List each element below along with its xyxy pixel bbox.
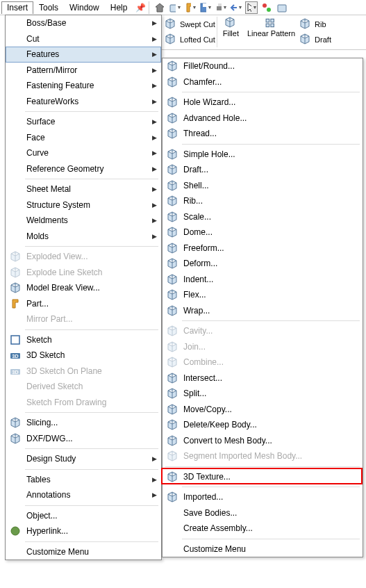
features-item-rib[interactable]: Rib... bbox=[163, 193, 363, 209]
insert-item-face[interactable]: Face▶ bbox=[6, 130, 161, 146]
features-item-customize-menu[interactable]: Customize Menu bbox=[163, 541, 363, 557]
features-item-chamfer[interactable]: Chamfer... bbox=[163, 74, 363, 90]
features-item-advanced-hole[interactable]: Advanced Hole... bbox=[163, 111, 363, 126]
menu-item-label: Flex... bbox=[183, 290, 358, 300]
lofted-cut-button[interactable]: Lofted Cut bbox=[165, 32, 215, 47]
insert-item-sketch-from-drawing: Sketch From Drawing bbox=[6, 395, 161, 411]
features-item-save-bodies[interactable]: Save Bodies... bbox=[163, 505, 363, 521]
insert-item-customize-menu[interactable]: Customize Menu bbox=[6, 544, 161, 560]
insert-item-structure-system[interactable]: Structure System▶ bbox=[6, 197, 161, 213]
options-icon[interactable] bbox=[276, 1, 288, 14]
save-icon[interactable]: ▼ bbox=[199, 1, 212, 14]
features-item-split[interactable]: Split... bbox=[163, 386, 363, 402]
move-icon bbox=[165, 402, 179, 416]
insert-item-exploded-view: Exploded View... bbox=[6, 249, 161, 265]
menu-item-label: 3D Texture... bbox=[183, 472, 358, 482]
insert-item-design-study[interactable]: Design Study▶ bbox=[6, 451, 161, 467]
features-item-delete-keep-body[interactable]: Delete/Keep Body... bbox=[163, 417, 363, 433]
part-icon bbox=[8, 297, 22, 311]
rib-button[interactable]: Rib bbox=[299, 17, 331, 32]
linear-pattern-button[interactable]: Linear Pattern bbox=[243, 17, 299, 38]
features-item-intersect[interactable]: Intersect... bbox=[163, 370, 363, 386]
menu-separator bbox=[25, 469, 158, 470]
swept-cut-button[interactable]: Swept Cut bbox=[165, 17, 215, 32]
features-item-flex[interactable]: Flex... bbox=[163, 287, 363, 303]
insert-item-dxf-dwg[interactable]: DXF/DWG... bbox=[6, 431, 161, 447]
draft-button[interactable]: Draft bbox=[299, 32, 331, 47]
menu-insert[interactable]: Insert bbox=[1, 1, 33, 14]
menu-item-label: Exploded View... bbox=[26, 252, 157, 261]
menu-separator bbox=[25, 329, 158, 330]
blank-icon bbox=[165, 542, 179, 556]
menu-tools[interactable]: Tools bbox=[33, 1, 64, 14]
insert-item-surface[interactable]: Surface▶ bbox=[6, 114, 161, 130]
features-item-move-copy[interactable]: Move/Copy... bbox=[163, 402, 363, 418]
menu-item-label: Molds bbox=[26, 231, 152, 241]
menu-window[interactable]: Window bbox=[64, 1, 105, 14]
menu-help[interactable]: Help bbox=[105, 1, 133, 14]
insert-item-cut[interactable]: Cut▶ bbox=[6, 31, 161, 47]
features-item-dome[interactable]: Dome... bbox=[163, 224, 363, 240]
menu-item-label: Reference Geometry bbox=[26, 164, 152, 174]
insert-item-features[interactable]: Features▶ bbox=[6, 47, 161, 63]
submenu-arrow-icon: ▶ bbox=[152, 455, 157, 462]
insert-item-annotations[interactable]: Annotations▶ bbox=[6, 487, 161, 503]
menu-item-label: Boss/Base bbox=[26, 18, 152, 28]
features-item-scale[interactable]: Scale... bbox=[163, 209, 363, 225]
menu-separator bbox=[25, 179, 158, 179]
features-item-shell[interactable]: Shell... bbox=[163, 178, 363, 194]
undo-icon[interactable]: ▼ bbox=[230, 1, 242, 14]
features-item-thread[interactable]: Thread... bbox=[163, 126, 363, 142]
insert-item-reference-geometry[interactable]: Reference Geometry▶ bbox=[6, 161, 161, 177]
menu-item-label: Thread... bbox=[183, 129, 358, 138]
insert-item-3d-sketch[interactable]: 3D Sketch bbox=[6, 348, 161, 364]
insert-item-sheet-metal[interactable]: Sheet Metal▶ bbox=[6, 181, 161, 197]
insert-item-weldments[interactable]: Weldments▶ bbox=[6, 213, 161, 229]
features-item-hole-wizard[interactable]: Hole Wizard... bbox=[163, 95, 363, 111]
blank-icon bbox=[165, 521, 179, 535]
features-item-convert-to-mesh-body[interactable]: Convert to Mesh Body... bbox=[163, 433, 363, 449]
submenu-arrow-icon: ▶ bbox=[152, 51, 157, 58]
link-icon bbox=[8, 524, 22, 538]
insert-item-pattern-mirror[interactable]: Pattern/Mirror▶ bbox=[6, 63, 161, 79]
features-item-fillet-round[interactable]: Fillet/Round... bbox=[163, 58, 363, 74]
new-icon[interactable]: ▼ bbox=[169, 1, 181, 14]
menu-item-label: Slicing... bbox=[26, 418, 157, 427]
fillet-button[interactable]: Fillet bbox=[219, 17, 243, 38]
features-item-freeform[interactable]: Freeform... bbox=[163, 240, 363, 256]
insert-item-curve[interactable]: Curve▶ bbox=[6, 145, 161, 161]
insert-item-tables[interactable]: Tables▶ bbox=[6, 472, 161, 488]
features-item-simple-hole[interactable]: Simple Hole... bbox=[163, 147, 363, 163]
insert-item-featureworks[interactable]: FeatureWorks▶ bbox=[6, 94, 161, 110]
blank-icon bbox=[8, 131, 22, 145]
scale-icon bbox=[165, 210, 179, 224]
blank-icon bbox=[8, 213, 22, 227]
insert-item-part[interactable]: Part... bbox=[6, 296, 161, 312]
insert-item-fastening-feature[interactable]: Fastening Feature▶ bbox=[6, 78, 161, 94]
insert-item-hyperlink[interactable]: Hyperlink... bbox=[6, 523, 161, 539]
select-icon[interactable]: ▼ bbox=[245, 1, 258, 14]
insert-item-molds[interactable]: Molds▶ bbox=[6, 229, 161, 245]
rebuild-icon[interactable] bbox=[260, 1, 273, 14]
features-item-wrap[interactable]: Wrap... bbox=[163, 303, 363, 319]
open-icon[interactable]: ▼ bbox=[184, 1, 197, 14]
pin-icon[interactable]: 📌 bbox=[135, 3, 146, 13]
menu-item-label: Design Study bbox=[26, 454, 152, 464]
features-item-draft[interactable]: Draft... bbox=[163, 162, 363, 178]
insert-item-boss-base[interactable]: Boss/Base▶ bbox=[6, 15, 161, 31]
home-icon[interactable] bbox=[153, 1, 166, 14]
blank-icon bbox=[8, 47, 22, 61]
print-icon[interactable]: ▼ bbox=[215, 1, 227, 14]
submenu-arrow-icon: ▶ bbox=[152, 165, 157, 172]
features-item-deform[interactable]: Deform... bbox=[163, 256, 363, 272]
features-item-3d-texture[interactable]: 3D Texture... bbox=[163, 469, 363, 485]
insert-item-object[interactable]: Object... bbox=[6, 508, 161, 524]
blank-icon bbox=[8, 32, 22, 46]
features-item-create-assembly[interactable]: Create Assembly... bbox=[163, 521, 363, 537]
insert-item-slicing[interactable]: Slicing... bbox=[6, 415, 161, 431]
insert-item-model-break-view[interactable]: Model Break View... bbox=[6, 280, 161, 296]
submenu-arrow-icon: ▶ bbox=[152, 491, 157, 498]
features-item-imported[interactable]: Imported... bbox=[163, 489, 363, 505]
features-item-indent[interactable]: Indent... bbox=[163, 272, 363, 288]
insert-item-sketch[interactable]: Sketch bbox=[6, 332, 161, 348]
